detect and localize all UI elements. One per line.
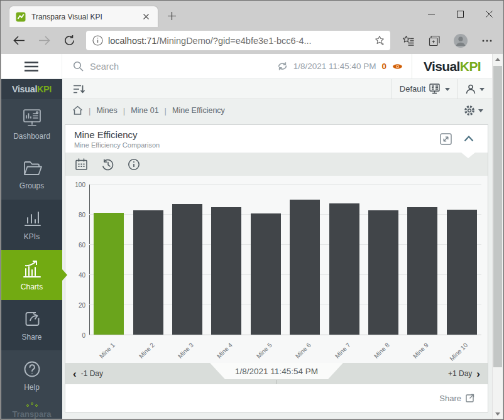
transpara-dots-icon (26, 404, 38, 407)
app-logo[interactable]: VisualKPI (412, 54, 492, 78)
bar-mine-4[interactable] (211, 207, 241, 335)
bar-chart: 020406080100Mine 1Mine 2Mine 3Mine 4Mine… (65, 176, 488, 363)
sidebar-item-label: Share (21, 333, 41, 342)
time-tick (277, 380, 277, 384)
chevron-down-icon (445, 88, 450, 91)
scroll-up-icon[interactable] (493, 54, 503, 64)
x-tick-label: Mine 2 (137, 342, 155, 360)
profile-selector[interactable]: Default (392, 79, 457, 99)
scrollbar-thumb[interactable] (493, 66, 502, 367)
y-tick-label: 60 (79, 242, 85, 249)
page-settings-button[interactable] (463, 104, 483, 117)
display-icon (429, 83, 441, 94)
close-button[interactable] (474, 1, 503, 27)
maximize-button[interactable] (446, 1, 474, 27)
user-menu[interactable] (457, 79, 492, 99)
browser-tab[interactable]: Transpara Visual KPI (9, 6, 158, 27)
refresh-icon[interactable] (277, 61, 288, 72)
expand-panel-button[interactable] (435, 133, 456, 145)
sidebar-item-kpis[interactable]: KPIs (1, 200, 62, 250)
breadcrumb-item[interactable]: Mines (96, 106, 117, 115)
history-icon[interactable] (101, 158, 114, 171)
alert-count[interactable]: 0 (381, 62, 386, 71)
share-icon[interactable] (465, 394, 474, 403)
address-bar[interactable]: localhost:71/MiningDemo/?gid=e4bfe3e1-bc… (86, 31, 390, 50)
bar-mine-8[interactable] (368, 210, 398, 335)
person-icon (466, 84, 476, 94)
x-tick-label: Mine 5 (255, 342, 273, 360)
groups-icon (22, 159, 42, 177)
refresh-status: 1/8/2021 11:45:40 PM 0 (277, 54, 412, 78)
breadcrumb-separator: | (89, 106, 90, 116)
breadcrumb-separator: | (165, 106, 167, 116)
breadcrumb-item[interactable]: Mine Efficiency (172, 106, 225, 115)
bar-mine-7[interactable] (329, 203, 359, 335)
menu-button[interactable] (1, 54, 62, 78)
bar-mine-3[interactable] (172, 204, 202, 335)
add-favorite-icon[interactable] (375, 35, 385, 46)
new-tab-button[interactable] (162, 6, 181, 25)
prev-day-button[interactable]: ‹ -1 Day (65, 369, 103, 379)
minimize-button[interactable] (417, 1, 446, 27)
bar-mine-6[interactable] (290, 200, 320, 335)
sidebar-item-groups[interactable]: Groups (1, 149, 62, 200)
browser-window: Transpara Visual KPI localhost:71/Mining… (0, 0, 504, 420)
sidebar-item-label: Groups (19, 181, 44, 190)
breadcrumb: |Mines|Mine 01|Mine Efficiency (62, 99, 492, 122)
y-tick-label: 80 (79, 212, 85, 218)
bar-mine-10[interactable] (447, 210, 477, 335)
chart-toolbar (65, 153, 488, 176)
home-icon[interactable] (72, 105, 83, 116)
scroll-down-icon[interactable] (493, 409, 503, 419)
sidebar-logo[interactable]: VisualKPI (1, 79, 62, 99)
profile-label: Default (400, 84, 425, 94)
sidebar-item-share[interactable]: Share (1, 300, 62, 350)
search-input[interactable]: Search (62, 54, 277, 78)
sidebar-item-help[interactable]: Help (1, 350, 62, 401)
site-info-icon[interactable] (92, 35, 103, 46)
y-axis-line (89, 185, 90, 335)
tab-close-icon[interactable] (139, 10, 153, 24)
current-time-button[interactable]: 1/8/2021 11:45:54 PM (210, 363, 343, 379)
favicon (16, 12, 26, 22)
gear-icon (463, 104, 476, 117)
search-placeholder: Search (90, 62, 119, 72)
back-icon[interactable] (7, 30, 31, 52)
next-day-label: +1 Day (448, 369, 472, 378)
bar-mine-9[interactable] (407, 207, 437, 335)
bar-mine-5[interactable] (251, 213, 281, 335)
bar-mine-2[interactable] (133, 210, 163, 335)
time-navigation: ‹ -1 Day 1/8/2021 11:45:54 PM +1 Day › (65, 363, 488, 384)
calendar-icon[interactable] (75, 158, 88, 171)
page-scrollbar[interactable] (492, 54, 503, 419)
x-tick-label: Mine 9 (412, 342, 430, 360)
x-tick-label: Mine 10 (449, 342, 469, 362)
chevron-down-icon (479, 88, 485, 91)
sidebar-item-charts[interactable]: Charts (1, 250, 62, 300)
x-axis-line (89, 335, 481, 335)
url-text[interactable]: localhost:71/MiningDemo/?gid=e4bfe3e1-bc… (108, 36, 370, 46)
next-day-button[interactable]: +1 Day › (448, 369, 488, 379)
forward-icon[interactable] (32, 30, 56, 52)
sort-button[interactable] (62, 79, 85, 99)
bar-mine-1[interactable] (94, 213, 124, 335)
collapse-panel-button[interactable] (456, 136, 481, 142)
reload-icon[interactable] (57, 30, 81, 52)
breadcrumb-item[interactable]: Mine 01 (131, 106, 158, 115)
favorites-hub-icon[interactable] (395, 30, 420, 52)
sidebar-item-dashboard[interactable]: Dashboard (1, 99, 62, 149)
chevron-down-icon (478, 109, 483, 112)
info-icon[interactable] (128, 158, 140, 171)
profile-avatar[interactable] (448, 30, 473, 52)
x-tick-label: Mine 1 (98, 342, 116, 360)
more-options-icon[interactable] (474, 30, 500, 52)
collections-icon[interactable] (422, 30, 447, 52)
transpara-label: Transpara (12, 408, 51, 419)
share-icon (23, 310, 41, 328)
last-refresh-time[interactable]: 1/8/2021 11:45:40 PM (293, 62, 376, 71)
panel-title[interactable]: Mine Efficiency (74, 129, 160, 140)
sidebar-item-label: Help (24, 383, 40, 392)
share-link[interactable]: Share (439, 394, 461, 403)
eye-icon[interactable] (392, 63, 403, 70)
charts-icon (21, 259, 43, 278)
